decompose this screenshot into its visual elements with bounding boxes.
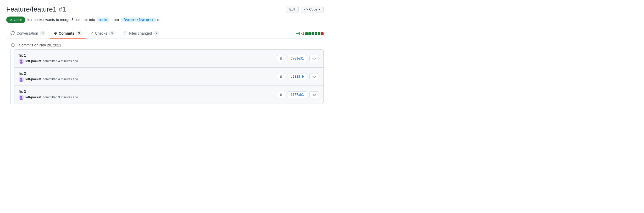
commit-time: committed 4 minutes ago — [43, 59, 78, 63]
commit-author-line: left-pocket committed 4 minutes ago — [19, 77, 78, 82]
diff-additions: +6 — [296, 31, 300, 35]
commit-info: fix 3 left-pocket committed 3 minutes ag… — [19, 89, 78, 100]
copy-icon: ⧉ — [280, 93, 282, 97]
diff-deletions: -1 — [301, 31, 304, 35]
tab-conversation[interactable]: 💬 Conversation 0 — [6, 28, 50, 39]
tabs-list: 💬 Conversation 0 ⊙ Commits 3 ✓ Checks 0 … — [6, 28, 164, 39]
tab-checks[interactable]: ✓ Checks 0 — [86, 28, 119, 39]
commit-browse-button[interactable]: <> — [309, 73, 319, 80]
code-browse-icon: <> — [312, 75, 316, 79]
svg-point-1 — [20, 60, 22, 62]
commit-browse-button[interactable]: <> — [309, 55, 319, 62]
commit-author-line: left-pocket committed 4 minutes ago — [19, 58, 78, 64]
commit-row: fix 3 left-pocket committed 3 minutes ag… — [14, 86, 324, 104]
commit-author-line: left-pocket committed 3 minutes ago — [19, 95, 78, 100]
head-branch-tag[interactable]: feature/feature1 — [121, 18, 156, 22]
commits-section: Commits on Nov 20, 2021 fix 1 left-pocke… — [6, 43, 324, 104]
svg-point-7 — [20, 96, 22, 98]
pr-meta: ⇄ Open left-pocket wants to merge 3 comm… — [6, 17, 324, 23]
copy-icon: ⧉ — [280, 56, 282, 61]
tab-checks-count: 0 — [109, 31, 115, 36]
commit-time: committed 4 minutes ago — [43, 77, 78, 81]
diff-block-green — [308, 32, 311, 35]
commit-info: fix 1 left-pocket committed 4 minutes ag… — [19, 53, 78, 64]
diff-blocks — [305, 32, 324, 35]
diff-block-red — [321, 32, 324, 35]
commit-hash-button[interactable]: c2828fb — [287, 73, 307, 80]
commit-info: fix 2 left-pocket committed 4 minutes ag… — [19, 71, 78, 82]
commit-author-name: left-pocket — [25, 95, 41, 99]
code-label: Code — [309, 7, 317, 11]
from-text: from — [112, 18, 119, 22]
commit-message: fix 1 — [19, 53, 78, 57]
code-browse-icon: <> — [312, 93, 316, 97]
pr-title-text: Feature/feature1 — [6, 5, 57, 13]
comment-icon: 💬 — [10, 31, 15, 35]
header-actions: Edit <> Code ▾ — [286, 6, 324, 13]
commit-author-name: left-pocket — [25, 59, 41, 63]
commits-date-header: Commits on Nov 20, 2021 — [10, 43, 324, 47]
commit-row: fix 2 left-pocket committed 4 minutes ag… — [14, 67, 324, 86]
diff-block-green — [315, 32, 317, 35]
tab-conversation-label: Conversation — [16, 31, 38, 35]
code-icon: <> — [304, 7, 308, 11]
check-icon: ✓ — [90, 31, 93, 35]
base-branch-tag[interactable]: main — [97, 18, 109, 22]
tab-files-count: 2 — [153, 31, 159, 36]
commits-list: fix 1 left-pocket committed 4 minutes ag… — [14, 49, 324, 104]
avatar — [19, 77, 24, 82]
diff-block-green — [312, 32, 314, 35]
tabs-bar: 💬 Conversation 0 ⊙ Commits 3 ✓ Checks 0 … — [6, 28, 324, 39]
diff-block-green — [305, 32, 308, 35]
code-browse-icon: <> — [312, 57, 316, 61]
tab-files-label: Files changed — [129, 31, 152, 35]
tab-commits[interactable]: ⊙ Commits 3 — [50, 28, 86, 39]
commit-message: fix 2 — [19, 71, 78, 76]
tab-commits-label: Commits — [59, 31, 74, 35]
commit-actions: ⧉ 6077ab1 <> — [277, 91, 319, 98]
pr-description: left-pocket wants to merge 3 commits int… — [27, 18, 161, 22]
commit-actions: ⧉ c2828fb <> — [277, 73, 319, 80]
timeline-line — [10, 49, 11, 104]
tab-files-changed[interactable]: 📄 Files changed 2 — [119, 28, 164, 39]
pr-title: Feature/feature1 #1 — [6, 5, 66, 13]
diff-summary: +6 -1 — [296, 31, 324, 35]
file-icon: 📄 — [123, 31, 127, 35]
tab-conversation-count: 0 — [40, 31, 46, 36]
code-button[interactable]: <> Code ▾ — [301, 6, 324, 13]
svg-point-4 — [20, 78, 22, 80]
commit-hash-button[interactable]: 6077ab1 — [287, 91, 307, 98]
tab-commits-count: 3 — [76, 31, 82, 36]
git-pull-request-icon: ⇄ — [9, 18, 12, 22]
timeline-dot-area — [10, 43, 17, 47]
status-badge: ⇄ Open — [6, 17, 25, 23]
commit-copy-button[interactable]: ⧉ — [277, 91, 285, 98]
commit-row: fix 1 left-pocket committed 4 minutes ag… — [14, 49, 324, 68]
diff-block-green — [318, 32, 320, 35]
commit-timeline: fix 1 left-pocket committed 4 minutes ag… — [10, 49, 324, 104]
status-text: Open — [14, 18, 22, 22]
pr-number: #1 — [58, 5, 66, 13]
git-commit-icon: ⊙ — [54, 31, 57, 35]
commit-message: fix 3 — [19, 89, 78, 94]
timeline-dot — [11, 43, 15, 47]
commit-actions: ⧉ 3ae8e31 <> — [277, 55, 319, 62]
copy-icon: ⧉ — [280, 74, 282, 79]
commit-author-name: left-pocket — [25, 77, 41, 81]
pr-desc-text: left-pocket wants to merge 3 commits int… — [27, 18, 95, 22]
commit-browse-button[interactable]: <> — [309, 91, 319, 98]
copy-branch-icon[interactable]: ⧉ — [157, 18, 159, 22]
commit-copy-button[interactable]: ⧉ — [277, 73, 285, 80]
commit-hash-button[interactable]: 3ae8e31 — [287, 55, 307, 62]
avatar — [19, 58, 24, 64]
chevron-down-icon: ▾ — [318, 7, 320, 11]
edit-button[interactable]: Edit — [286, 6, 298, 13]
tab-checks-label: Checks — [95, 31, 107, 35]
commit-time: committed 3 minutes ago — [43, 95, 78, 99]
avatar — [19, 95, 24, 100]
commits-date-label: Commits on Nov 20, 2021 — [19, 43, 61, 47]
commit-copy-button[interactable]: ⧉ — [277, 55, 285, 62]
